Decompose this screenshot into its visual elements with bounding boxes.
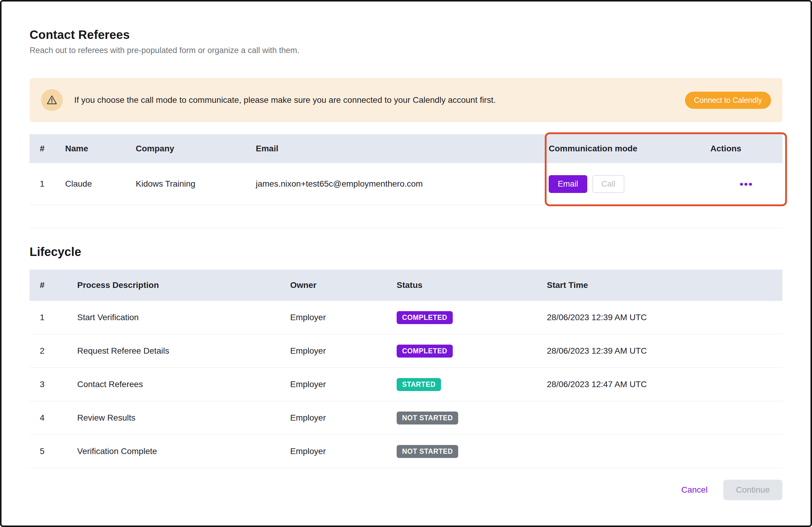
process-owner: Employer — [290, 447, 397, 456]
table-row: 1 Start Verification Employer COMPLETED … — [30, 301, 782, 334]
process-start-time: 28/06/2023 12:39 AM UTC — [547, 346, 782, 356]
process-description: Verification Complete — [77, 447, 290, 456]
table-row: 1 Claude Kidows Training james.nixon+tes… — [30, 163, 782, 205]
ellipsis-icon[interactable]: ••• — [740, 179, 753, 189]
table-row: 3 Contact Referees Employer STARTED 28/0… — [30, 368, 782, 401]
referees-table: # Name Company Email Communication mode … — [30, 134, 782, 228]
status-cell: STARTED — [397, 378, 547, 391]
process-owner: Employer — [290, 380, 397, 389]
process-start-time: 28/06/2023 12:47 AM UTC — [547, 380, 782, 389]
process-index: 3 — [30, 380, 77, 389]
column-header-status: Status — [397, 280, 547, 290]
lifecycle-table: # Process Description Owner Status Start… — [30, 269, 782, 468]
warning-icon — [41, 89, 63, 111]
lifecycle-section-title: Lifecycle — [30, 245, 782, 259]
process-owner: Employer — [290, 413, 397, 423]
column-header-index: # — [30, 144, 65, 153]
referee-company: Kidows Training — [136, 179, 256, 189]
table-row: 4 Review Results Employer NOT STARTED — [30, 401, 782, 435]
calendly-warning-banner: If you choose the call mode to communica… — [30, 78, 782, 122]
process-start-time: 28/06/2023 12:39 AM UTC — [547, 313, 782, 322]
column-header-communication-mode: Communication mode — [549, 144, 710, 153]
table-row: 2 Request Referee Details Employer COMPL… — [30, 334, 782, 368]
communication-mode-cell: Email Call — [549, 175, 710, 193]
page-subtitle: Reach out to referees with pre-populated… — [30, 46, 782, 55]
process-index: 4 — [30, 413, 77, 423]
actions-cell: ••• — [710, 179, 782, 189]
process-index: 2 — [30, 346, 77, 356]
column-header-owner: Owner — [290, 280, 397, 290]
referees-table-header: # Name Company Email Communication mode … — [30, 134, 782, 163]
process-owner: Employer — [290, 313, 397, 322]
status-badge: COMPLETED — [397, 311, 453, 324]
call-mode-button[interactable]: Call — [592, 175, 625, 193]
referees-table-footer-space — [30, 205, 782, 228]
column-header-index: # — [30, 280, 77, 290]
status-cell: NOT STARTED — [397, 411, 547, 424]
cancel-button[interactable]: Cancel — [681, 485, 708, 495]
status-cell: NOT STARTED — [397, 445, 547, 458]
referee-email: james.nixon+test65c@employmenthero.com — [256, 179, 549, 189]
process-description: Contact Referees — [77, 380, 290, 389]
status-badge: COMPLETED — [397, 345, 453, 357]
connect-to-calendly-button[interactable]: Connect to Calendly — [685, 92, 771, 109]
app-window: Contact Referees Reach out to referees w… — [0, 0, 812, 527]
column-header-email: Email — [256, 144, 549, 153]
status-cell: COMPLETED — [397, 345, 547, 357]
referee-name: Claude — [65, 179, 136, 189]
process-description: Request Referee Details — [77, 346, 290, 356]
banner-message: If you choose the call mode to communica… — [74, 95, 673, 105]
page-title: Contact Referees — [30, 28, 782, 42]
column-header-name: Name — [65, 144, 136, 153]
process-description: Start Verification — [77, 313, 290, 322]
column-header-process-description: Process Description — [77, 280, 290, 290]
footer-actions: Cancel Continue — [30, 480, 782, 500]
table-row: 5 Verification Complete Employer NOT STA… — [30, 435, 782, 468]
continue-button[interactable]: Continue — [723, 480, 782, 500]
email-mode-button[interactable]: Email — [549, 175, 587, 193]
lifecycle-table-header: # Process Description Owner Status Start… — [30, 269, 782, 301]
column-header-actions: Actions — [710, 144, 782, 153]
process-index: 1 — [30, 313, 77, 322]
column-header-start-time: Start Time — [547, 280, 782, 290]
column-header-company: Company — [136, 144, 256, 153]
referee-index: 1 — [30, 179, 65, 189]
status-badge: STARTED — [397, 378, 441, 391]
process-description: Review Results — [77, 413, 290, 423]
status-badge: NOT STARTED — [397, 411, 458, 424]
status-cell: COMPLETED — [397, 311, 547, 324]
process-owner: Employer — [290, 346, 397, 356]
process-index: 5 — [30, 447, 77, 456]
status-badge: NOT STARTED — [397, 445, 458, 458]
